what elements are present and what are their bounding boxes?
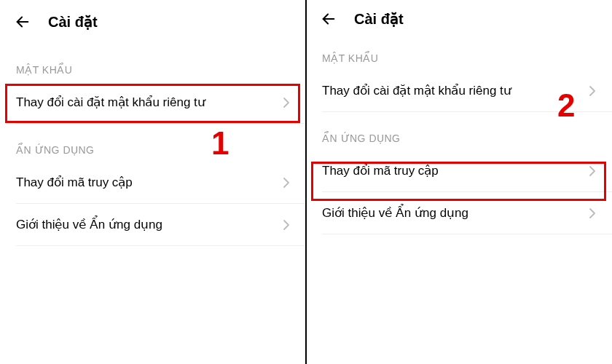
- chevron-right-icon: [589, 85, 596, 97]
- list-item-label: Giới thiệu về Ẩn ứng dụng: [16, 217, 162, 232]
- header-bar: Cài đặt: [0, 0, 306, 44]
- step-number-annotation: 2: [557, 87, 575, 124]
- chevron-right-icon: [283, 219, 290, 231]
- list-item-label: Thay đổi mã truy cập: [16, 175, 133, 190]
- page-title: Cài đặt: [354, 10, 404, 28]
- list-item-label: Thay đổi cài đặt mật khẩu riêng tư: [322, 83, 511, 98]
- step-number-annotation: 1: [211, 125, 229, 162]
- list-item-label: Thay đổi cài đặt mật khẩu riêng tư: [16, 95, 205, 110]
- list-item-label: Thay đổi mã truy cập: [322, 163, 439, 178]
- section-header-hide-app: ẨN ỨNG DỤNG: [0, 124, 306, 162]
- about-hide-app-item[interactable]: Giới thiệu về Ẩn ứng dụng: [0, 204, 306, 245]
- chevron-right-icon: [283, 97, 290, 108]
- section-header-password: MẬT KHẨU: [306, 38, 612, 70]
- chevron-right-icon: [283, 177, 290, 189]
- divider: [322, 234, 612, 234]
- settings-panel-right: Cài đặt MẬT KHẨU Thay đổi cài đặt mật kh…: [306, 0, 612, 364]
- back-arrow-icon: [321, 11, 337, 27]
- list-item-label: Giới thiệu về Ẩn ứng dụng: [322, 205, 468, 221]
- back-button[interactable]: [321, 11, 337, 27]
- chevron-right-icon: [589, 207, 596, 219]
- change-access-code-item[interactable]: Thay đổi mã truy cập: [306, 150, 612, 191]
- settings-panel-left: Cài đặt MẬT KHẨU Thay đổi cài đặt mật kh…: [0, 0, 306, 364]
- section-header-password: MẬT KHẨU: [0, 44, 306, 82]
- page-title: Cài đặt: [48, 13, 98, 31]
- chevron-right-icon: [589, 165, 596, 177]
- back-button[interactable]: [15, 14, 31, 30]
- change-private-password-item[interactable]: Thay đổi cài đặt mật khẩu riêng tư: [0, 82, 306, 123]
- header-bar: Cài đặt: [306, 0, 612, 38]
- divider: [16, 245, 306, 246]
- back-arrow-icon: [15, 14, 31, 30]
- panel-divider: [305, 0, 307, 364]
- change-access-code-item[interactable]: Thay đổi mã truy cập: [0, 162, 306, 203]
- about-hide-app-item[interactable]: Giới thiệu về Ẩn ứng dụng: [306, 192, 612, 234]
